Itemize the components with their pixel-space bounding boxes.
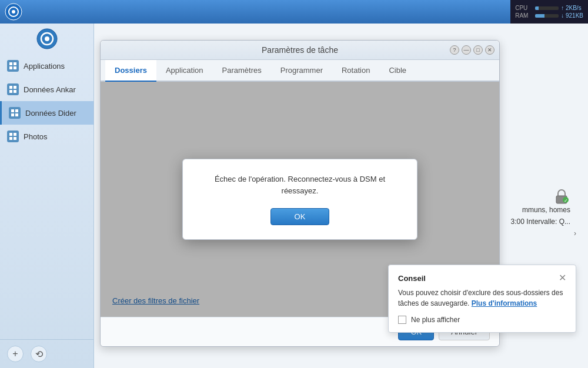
svg-rect-12 (9, 90, 12, 93)
error-message: Échec de l'opération. Reconnectez-vous à… (202, 173, 398, 196)
svg-rect-7 (14, 62, 16, 65)
tab-cible[interactable]: Cible (379, 60, 416, 82)
donnees-dider-icon (9, 107, 21, 119)
sidebar-app-logo (36, 28, 58, 49)
dialog-title: Paramètres de tâche (262, 45, 338, 55)
conseil-checkbox[interactable] (398, 316, 406, 324)
conseil-close-button[interactable]: ✕ (559, 273, 566, 283)
help-button[interactable]: ? (450, 45, 459, 55)
ram-value: ↓ 921KB (561, 12, 583, 19)
svg-rect-17 (15, 113, 18, 116)
background-info-text: mmuns, homes (522, 206, 570, 214)
tab-cible-label: Cible (389, 66, 406, 75)
content-area: serveur ✓ mmuns, homes 3:00 Intervalle: … (94, 24, 588, 368)
close-button[interactable]: ✕ (485, 45, 495, 55)
add-task-button[interactable]: + (7, 346, 24, 362)
error-ok-button[interactable]: OK (270, 208, 330, 225)
ram-stat-row: RAM ↓ 921KB (515, 12, 583, 19)
conseil-checkbox-row: Ne plus afficher (398, 316, 566, 324)
cpu-stat-row: CPU ↑ 2KB/s (515, 5, 583, 11)
background-schedule-text: 3:00 Intervalle: Q... (511, 218, 570, 226)
applications-icon (7, 60, 19, 72)
svg-rect-13 (14, 90, 16, 93)
sidebar-item-photos[interactable]: Photos (0, 125, 93, 148)
taskbar: CPU ↑ 2KB/s RAM ↓ 921KB (0, 0, 588, 24)
cpu-value: ↑ 2KB/s (561, 5, 581, 11)
ram-bar (535, 14, 559, 18)
conseil-title: Conseil (398, 274, 426, 283)
svg-text:✓: ✓ (564, 198, 568, 203)
sidebar: Applications Données Ankar Données Dider… (0, 24, 94, 368)
dialog-titlebar: Paramètres de tâche ? — □ ✕ (101, 41, 499, 60)
tab-dossiers[interactable]: Dossiers (105, 60, 156, 82)
tab-parametres-label: Paramètres (222, 66, 262, 75)
svg-point-5 (45, 36, 49, 41)
sidebar-item-donnees-ankar-label: Données Ankar (24, 85, 76, 94)
history-button[interactable]: ⟲ (31, 346, 47, 362)
svg-rect-18 (9, 133, 12, 136)
sidebar-item-photos-label: Photos (24, 132, 47, 141)
conseil-link[interactable]: Plus d'informations (472, 299, 537, 307)
system-stats: CPU ↑ 2KB/s RAM ↓ 921KB (515, 5, 583, 19)
lock-icon-container: ✓ (553, 188, 570, 208)
conseil-text: Vous pouvez choisir d'exclure des sous-d… (398, 287, 566, 309)
svg-rect-6 (9, 62, 12, 65)
minimize-button[interactable]: — (462, 45, 471, 55)
tab-parametres[interactable]: Paramètres (213, 60, 271, 82)
svg-rect-11 (14, 86, 16, 89)
sidebar-item-applications-label: Applications (24, 62, 65, 71)
conseil-box: Conseil ✕ Vous pouvez choisir d'exclure … (388, 265, 576, 333)
cpu-label: CPU (515, 5, 533, 11)
sidebar-item-donnees-dider-label: Données Dider (25, 109, 76, 118)
tab-programmer-label: Programmer (280, 66, 323, 75)
svg-rect-21 (14, 137, 16, 140)
tab-dossiers-label: Dossiers (115, 66, 147, 75)
svg-point-2 (12, 10, 15, 14)
ram-label: RAM (515, 12, 533, 19)
sidebar-item-donnees-dider[interactable]: Données Dider (0, 101, 93, 125)
taskbar-logo (5, 3, 22, 21)
sidebar-bottom: + ⟲ (0, 339, 93, 368)
svg-rect-14 (11, 109, 14, 112)
system-stats-panel: CPU ↑ 2KB/s RAM ↓ 921KB (510, 0, 588, 24)
sidebar-item-applications[interactable]: Applications (0, 54, 93, 78)
sidebar-item-donnees-ankar[interactable]: Données Ankar (0, 78, 93, 101)
svg-rect-16 (11, 113, 14, 116)
main-area: Applications Données Ankar Données Dider… (0, 24, 588, 368)
background-arrow: › (574, 229, 576, 237)
photos-icon (7, 131, 19, 142)
tab-programmer[interactable]: Programmer (271, 60, 332, 82)
conseil-header: Conseil ✕ (398, 273, 566, 283)
tab-rotation[interactable]: Rotation (332, 60, 379, 82)
tab-application[interactable]: Application (156, 60, 213, 82)
svg-rect-15 (15, 109, 18, 112)
dialog-titlebar-controls: ? — □ ✕ (450, 45, 495, 55)
svg-rect-8 (9, 66, 12, 69)
cpu-bar (535, 6, 559, 10)
svg-rect-9 (14, 66, 16, 69)
error-modal: Échec de l'opération. Reconnectez-vous à… (182, 159, 417, 240)
conseil-checkbox-label: Ne plus afficher (411, 316, 460, 324)
svg-rect-19 (14, 133, 16, 136)
maximize-button[interactable]: □ (473, 45, 483, 55)
tab-rotation-label: Rotation (342, 66, 370, 75)
dialog-tabs: Dossiers Application Paramètres Programm… (101, 60, 499, 82)
lock-icon: ✓ (553, 188, 570, 206)
donnees-ankar-icon (7, 83, 19, 95)
svg-rect-20 (9, 137, 12, 140)
tab-application-label: Application (166, 66, 203, 75)
svg-rect-10 (9, 86, 12, 89)
